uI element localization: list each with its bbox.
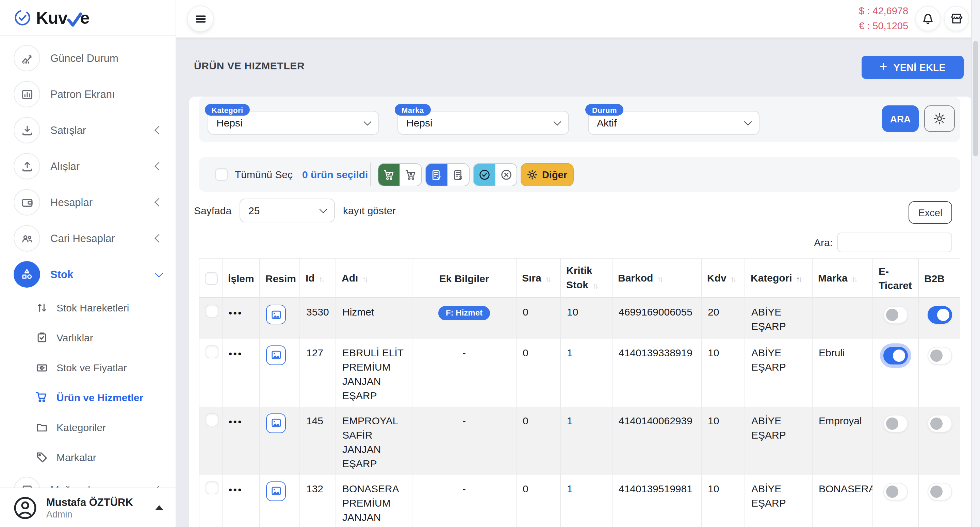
money-icon [35,362,48,373]
chevron-down-icon [154,268,163,277]
row-checkbox[interactable] [205,481,218,494]
eticaret-toggle[interactable] [883,306,908,324]
eticaret-toggle[interactable] [883,483,908,500]
selected-count: 0 ürün seçildi [302,169,368,180]
filter-pill: Durum [585,104,624,116]
products-table: İşlemResimId↑↓Adı↑↓Ek BilgilerSıra↑↓Krit… [199,259,960,527]
filter-pill: Kategori [205,104,250,116]
select-all-checkbox[interactable] [215,168,228,181]
eticaret-toggle[interactable] [883,414,908,432]
sort-arrows-icon: ↑↓ [362,271,367,286]
column-header-marka[interactable]: Marka↑↓ [812,259,873,297]
clipboard-icon [35,332,48,343]
invoice-enable-button[interactable] [426,164,447,186]
filter-settings-button[interactable] [924,105,955,132]
row-checkbox[interactable] [205,345,218,358]
row-actions-menu[interactable]: ••• [229,305,253,318]
row-image-button[interactable] [266,345,286,365]
sidebar-subitem-markalar[interactable]: Markalar [0,442,176,472]
sidebar-toggle-button[interactable] [188,6,213,31]
filter-select-marka[interactable]: Marka Hepsi [398,111,569,135]
picture-icon [270,309,282,320]
row-actions-menu[interactable]: ••• [229,413,253,427]
cell-vat: 10 [701,406,745,474]
row-image-button[interactable] [266,413,286,433]
notifications-button[interactable] [915,6,940,31]
filter-select-durum[interactable]: Durum Aktif [588,111,759,135]
search-button[interactable]: ARA [882,105,919,132]
sidebar-item-alislar[interactable]: Alışlar [0,148,176,184]
cell-critical-stock: 10 [560,297,612,338]
caret-up-icon [155,505,163,510]
invoice-disable-button[interactable] [447,164,469,186]
column-header-barkod[interactable]: Barkod↑↓ [612,259,701,297]
brand-name: Kuve [36,8,89,27]
storefront-icon [950,12,963,25]
sidebar-item-cari-hesaplar[interactable]: Cari Hesaplar [0,220,176,256]
b2b-toggle[interactable] [927,306,952,324]
exchange-rates: $ : 42,6978 € : 50,1205 [859,4,908,33]
sidebar-subitem-urun-ve-hizmetler[interactable]: Ürün ve Hizmetler [0,382,176,412]
filter-value: Hepsi [216,117,243,129]
sidebar-subitem-varliklar[interactable]: Varlıklar [0,322,176,352]
column-header-adi[interactable]: Adı↑↓ [336,259,412,297]
row-checkbox[interactable] [205,305,218,317]
column-header-sira[interactable]: Sıra↑↓ [516,259,560,297]
sidebar-item-hesaplar[interactable]: Hesaplar [0,184,176,220]
sort-arrows-icon: ↑↓ [319,271,324,286]
column-header-eticaret: E-Ticaret [873,259,918,297]
brand-logo[interactable]: Kuve [0,0,176,36]
sidebar-item-circle [14,45,40,71]
column-header-kdv[interactable]: Kdv↑↓ [701,259,745,297]
deactivate-button[interactable] [495,164,517,186]
page-size-value: 25 [248,205,259,216]
table-search-label: Ara: [814,237,833,248]
sort-arrows-icon: ↑↓ [730,271,735,286]
trend-chart-icon [21,52,33,64]
sidebar-menu: Güncel Durum Patron Ekranı Satışlar Alış… [0,36,176,508]
b2b-toggle[interactable] [927,483,952,500]
row-actions-menu[interactable]: ••• [229,481,253,495]
sidebar-subitem-stok-hareketleri[interactable]: Stok Hareketleri [0,292,176,322]
bulk-action-toolbar: Tümünü Seç 0 ürün seçildi Diğer [199,157,960,192]
eticaret-toggle[interactable] [883,346,908,364]
b2b-toggle[interactable] [927,346,952,364]
table-search-input[interactable] [837,233,952,252]
select-all-header-checkbox[interactable] [205,271,218,284]
download-icon [21,124,33,137]
excel-export-button[interactable]: Excel [908,201,952,224]
column-header-kritik[interactable]: Kritik Stok↑↓ [560,259,612,297]
user-meta: Mustafa ÖZTÜRK Admin [46,495,133,520]
other-actions-button[interactable]: Diğer [520,163,574,186]
scrollbar-track[interactable] [971,0,980,527]
row-image-button[interactable] [266,481,286,501]
add-new-button[interactable]: +YENİ EKLE [862,56,964,79]
sidebar-item-stok[interactable]: Stok [0,256,176,292]
user-panel[interactable]: Mustafa ÖZTÜRK Admin [0,487,176,527]
sidebar-subitem-stok-ve-fiyatlar[interactable]: Stok ve Fiyatlar [0,352,176,382]
eur-rate: € : 50,1205 [859,19,908,33]
store-button[interactable] [944,6,969,31]
tag-icon [35,451,48,463]
sidebar-subitem-kategoriler[interactable]: Kategoriler [0,412,176,442]
chevron-left-icon [154,162,163,170]
row-checkbox[interactable] [205,413,218,426]
scrollbar-thumb[interactable] [973,41,978,156]
sidebar-item-patron-ekrani[interactable]: Patron Ekranı [0,76,176,112]
sidebar-item-satislar[interactable]: Satışlar [0,112,176,148]
cell-critical-stock: 1 [560,338,612,406]
column-header-kategori[interactable]: Kategori↑↓ [745,259,812,297]
filter-select-kategori[interactable]: Kategori Hepsi [208,111,379,135]
sidebar-item-guncel-durum[interactable]: Güncel Durum [0,40,176,76]
page-size-select[interactable]: 25 [240,198,335,222]
column-header-id[interactable]: Id↑↓ [300,259,336,297]
user-avatar-icon [12,495,38,521]
row-image-button[interactable] [266,305,286,324]
wallet-icon [21,196,33,208]
cart-enable-button[interactable] [379,164,399,186]
b2b-toggle[interactable] [927,414,952,432]
row-actions-menu[interactable]: ••• [229,345,253,359]
activate-button[interactable] [474,164,495,186]
toolbar-divider [370,162,371,186]
cart-disable-button[interactable] [399,164,421,186]
